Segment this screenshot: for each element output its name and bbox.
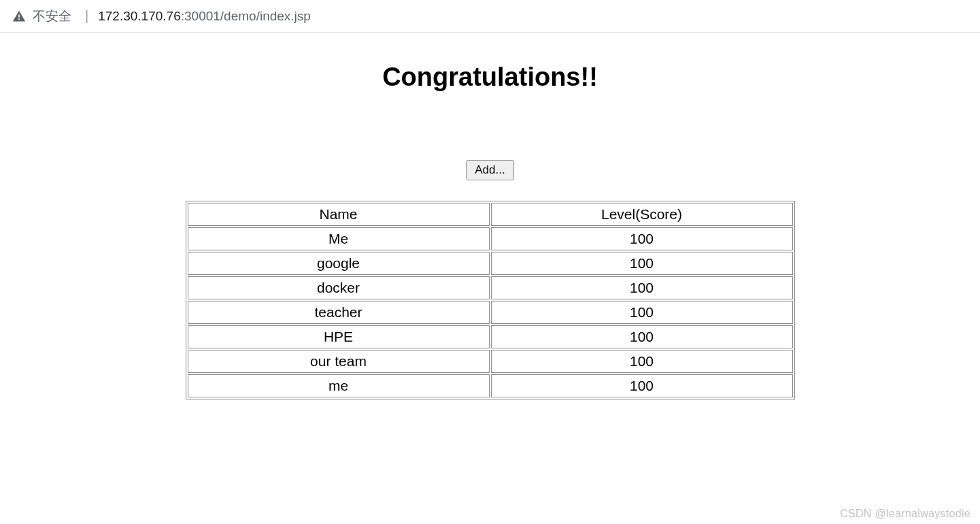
table-row: teacher100	[188, 301, 793, 324]
cell-name: our team	[188, 350, 490, 373]
cell-name: Me	[188, 227, 490, 250]
cell-name: docker	[188, 276, 490, 299]
table-row: google100	[188, 252, 793, 275]
cell-level: 100	[491, 350, 793, 373]
cell-name: google	[188, 252, 490, 275]
cell-level: 100	[491, 227, 793, 250]
not-secure-icon	[12, 10, 26, 23]
not-secure-label: 不安全	[33, 7, 71, 25]
url-path: :30001/demo/index.jsp	[181, 9, 311, 23]
cell-level: 100	[491, 374, 793, 397]
address-divider: |	[85, 8, 88, 24]
table-row: Me100	[188, 227, 793, 250]
table-row: me100	[188, 374, 793, 397]
cell-level: 100	[491, 301, 793, 324]
col-header-name: Name	[188, 203, 490, 226]
col-header-level: Level(Score)	[491, 203, 793, 226]
cell-name: me	[188, 374, 490, 397]
score-table: NameLevel(Score)Me100google100docker100t…	[186, 201, 795, 399]
page-title: Congratulations!!	[0, 63, 980, 92]
table-header-row: NameLevel(Score)	[188, 203, 793, 226]
url-text[interactable]: 172.30.170.76:30001/demo/index.jsp	[98, 9, 311, 24]
browser-address-bar[interactable]: 不安全 | 172.30.170.76:30001/demo/index.jsp	[0, 0, 980, 33]
watermark-text: CSDN @learnalwaystodie	[840, 508, 970, 520]
cell-level: 100	[491, 252, 793, 275]
cell-name: teacher	[188, 301, 490, 324]
url-host: 172.30.170.76	[98, 9, 181, 23]
page-content: Congratulations!! Add... NameLevel(Score…	[0, 33, 980, 399]
table-row: HPE100	[188, 325, 793, 348]
cell-level: 100	[491, 325, 793, 348]
table-row: docker100	[188, 276, 793, 299]
add-button[interactable]: Add...	[466, 160, 513, 180]
cell-name: HPE	[188, 325, 490, 348]
table-row: our team100	[188, 350, 793, 373]
cell-level: 100	[491, 276, 793, 299]
